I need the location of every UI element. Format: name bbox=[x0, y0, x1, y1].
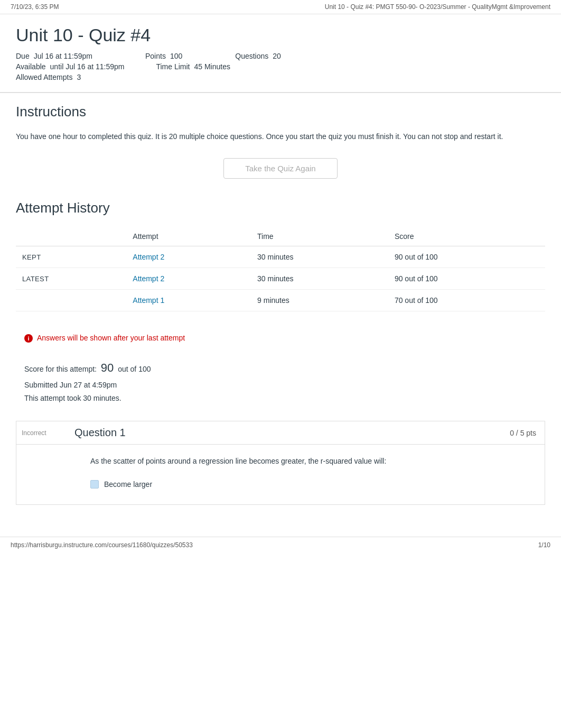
page-title: Unit 10 - Quiz #4 bbox=[16, 25, 545, 45]
meta-due: Due Jul 16 at 11:59pm bbox=[16, 52, 92, 60]
due-label: Due bbox=[16, 52, 30, 60]
col-score: Score bbox=[388, 227, 545, 246]
attempt-table-header: Attempt Time Score bbox=[16, 227, 545, 246]
score-line: Score for this attempt: 90 out of 100 bbox=[24, 357, 537, 379]
attempts-value: 3 bbox=[77, 73, 81, 81]
content-area: Instructions You have one hour to comple… bbox=[0, 93, 561, 515]
attempt-table-row: LATEST Attempt 2 30 minutes 90 out of 10… bbox=[16, 268, 545, 290]
row-attempt[interactable]: Attempt 1 bbox=[126, 290, 251, 311]
answer-text-1: Become larger bbox=[104, 480, 152, 489]
attempt-table: Attempt Time Score KEPT Attempt 2 30 min… bbox=[16, 227, 545, 311]
meta-row-2: Available until Jul 16 at 11:59pm Time L… bbox=[16, 62, 545, 71]
points-label: Points bbox=[145, 52, 166, 60]
question-1-body: As the scatter of points around a regres… bbox=[16, 445, 545, 504]
meta-row-1: Due Jul 16 at 11:59pm Points 100 Questio… bbox=[16, 52, 545, 60]
attempts-label: Allowed Attempts bbox=[16, 73, 72, 81]
question-1-block: Incorrect Question 1 0 / 5 pts As the sc… bbox=[16, 421, 545, 504]
points-value: 100 bbox=[170, 52, 182, 60]
row-score: 70 out of 100 bbox=[388, 290, 545, 311]
submitted-line: Submitted Jun 27 at 4:59pm bbox=[24, 379, 537, 392]
available-label: Available bbox=[16, 62, 46, 71]
instructions-title: Instructions bbox=[16, 104, 545, 120]
timestamp: 7/10/23, 6:35 PM bbox=[11, 3, 59, 11]
attempt-table-row: Attempt 1 9 minutes 70 out of 100 bbox=[16, 290, 545, 311]
meta-timelimit: Time Limit 45 Minutes bbox=[156, 62, 230, 71]
row-attempt[interactable]: Attempt 2 bbox=[126, 246, 251, 268]
answer-checkbox-1 bbox=[90, 480, 99, 489]
question-1-status: Incorrect bbox=[16, 429, 74, 437]
time-taken-line: This attempt took 30 minutes. bbox=[24, 392, 537, 405]
score-label: Score for this attempt: bbox=[24, 365, 97, 373]
take-quiz-button[interactable]: Take the Quiz Again bbox=[223, 158, 337, 179]
notice-text: Answers will be shown after your last at… bbox=[37, 334, 185, 342]
attempt-history-title: Attempt History bbox=[16, 200, 545, 216]
attempt-history-section: Attempt History Attempt Time Score KEPT … bbox=[16, 200, 545, 311]
meta-row-3: Allowed Attempts 3 bbox=[16, 73, 545, 81]
question-1-header: Incorrect Question 1 0 / 5 pts bbox=[16, 421, 545, 445]
bottom-bar: https://harrisburgu.instructure.com/cour… bbox=[0, 537, 561, 553]
instructions-body: You have one hour to completed this quiz… bbox=[16, 131, 545, 142]
score-out-of: out of 100 bbox=[118, 365, 151, 373]
score-info: Score for this attempt: 90 out of 100 Su… bbox=[16, 357, 545, 410]
col-label bbox=[16, 227, 126, 246]
question-1-text: As the scatter of points around a regres… bbox=[90, 455, 534, 467]
question-1-pts: 0 / 5 pts bbox=[510, 429, 545, 437]
question-1-title: Question 1 bbox=[74, 427, 510, 439]
breadcrumb: Unit 10 - Quiz #4: PMGT 550-90- O-2023/S… bbox=[325, 3, 550, 11]
page-title-section: Unit 10 - Quiz #4 Due Jul 16 at 11:59pm … bbox=[0, 14, 561, 93]
row-attempt[interactable]: Attempt 2 bbox=[126, 268, 251, 290]
top-bar: 7/10/23, 6:35 PM Unit 10 - Quiz #4: PMGT… bbox=[0, 0, 561, 14]
questions-label: Questions bbox=[235, 52, 268, 60]
row-time: 30 minutes bbox=[251, 268, 388, 290]
col-time: Time bbox=[251, 227, 388, 246]
meta-questions: Questions 20 bbox=[235, 52, 281, 60]
notice-icon: i bbox=[24, 334, 33, 343]
questions-value: 20 bbox=[273, 52, 281, 60]
timelimit-value: 45 Minutes bbox=[194, 62, 230, 71]
instructions-section: Instructions You have one hour to comple… bbox=[16, 104, 545, 142]
answer-option-1: Become larger bbox=[90, 480, 534, 489]
row-time: 30 minutes bbox=[251, 246, 388, 268]
score-number: 90 bbox=[101, 361, 114, 374]
take-quiz-btn-wrapper: Take the Quiz Again bbox=[16, 158, 545, 179]
footer-url: https://harrisburgu.instructure.com/cour… bbox=[11, 541, 193, 549]
timelimit-label: Time Limit bbox=[156, 62, 190, 71]
row-label bbox=[16, 290, 126, 311]
row-score: 90 out of 100 bbox=[388, 268, 545, 290]
available-value: until Jul 16 at 11:59pm bbox=[50, 62, 125, 71]
meta-attempts: Allowed Attempts 3 bbox=[16, 73, 81, 81]
meta-available: Available until Jul 16 at 11:59pm bbox=[16, 62, 124, 71]
meta-points: Points 100 bbox=[145, 52, 182, 60]
row-label: KEPT bbox=[16, 246, 126, 268]
col-attempt: Attempt bbox=[126, 227, 251, 246]
footer-page: 1/10 bbox=[538, 541, 550, 549]
notice-box: i Answers will be shown after your last … bbox=[16, 327, 545, 349]
row-label: LATEST bbox=[16, 268, 126, 290]
row-score: 90 out of 100 bbox=[388, 246, 545, 268]
due-value: Jul 16 at 11:59pm bbox=[34, 52, 92, 60]
attempt-table-row: KEPT Attempt 2 30 minutes 90 out of 100 bbox=[16, 246, 545, 268]
row-time: 9 minutes bbox=[251, 290, 388, 311]
